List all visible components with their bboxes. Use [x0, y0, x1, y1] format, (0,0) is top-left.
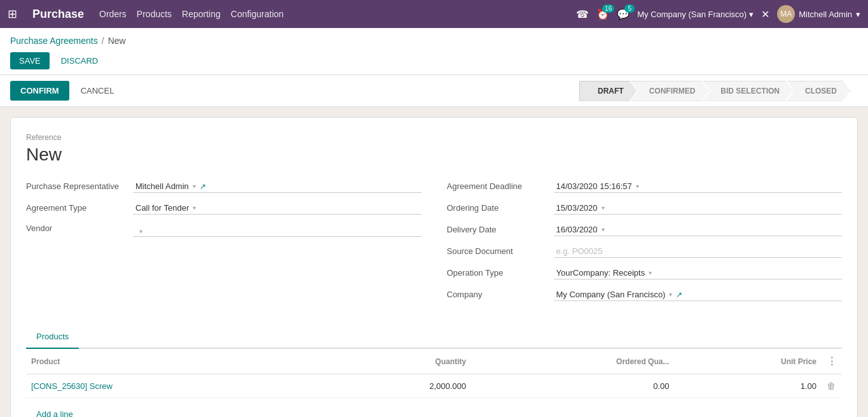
- confirm-button[interactable]: CONFIRM: [10, 81, 69, 101]
- nav-reporting[interactable]: Reporting: [182, 9, 221, 19]
- delete-row-icon[interactable]: 🗑: [827, 381, 836, 391]
- user-name: Mitchell Admin: [799, 10, 852, 19]
- breadcrumb: Purchase Agreements / New: [10, 36, 858, 46]
- status-actions: CONFIRM CANCEL: [10, 81, 579, 101]
- product-cell: [CONS_25630] Screw: [26, 374, 320, 398]
- grid-icon[interactable]: ⊞: [8, 7, 17, 21]
- table-header: Product Quantity Ordered Qua... Unit Pri…: [26, 349, 842, 374]
- breadcrumb-current: New: [108, 36, 126, 46]
- table-row: [CONS_25630] Screw 2,000.000 0.00 1.00 🗑: [26, 374, 842, 398]
- agreement-deadline-chevron-icon: ▾: [636, 183, 639, 190]
- main-content: Reference New Purchase Representative Mi…: [0, 107, 868, 417]
- status-step-confirmed[interactable]: CONFIRMED: [631, 81, 709, 101]
- agreement-deadline-field[interactable]: 14/03/2020 15:16:57 ▾: [554, 180, 843, 193]
- vendor-field[interactable]: ▾: [133, 227, 422, 237]
- form-left: Purchase Representative Mitchell Admin ▾…: [26, 180, 422, 310]
- form-right: Agreement Deadline 14/03/2020 15:16:57 ▾…: [447, 180, 843, 310]
- col-ordered-qty: Ordered Qua...: [471, 349, 674, 374]
- company-chevron-icon: ▾: [749, 10, 754, 19]
- status-pipeline: DRAFT CONFIRMED BID SELECTION CLOSED: [579, 81, 850, 101]
- table-body: [CONS_25630] Screw 2,000.000 0.00 1.00 🗑…: [26, 374, 842, 418]
- agreement-type-row: Agreement Type Call for Tender ▾: [26, 202, 422, 215]
- operation-type-row: Operation Type YourCompany: Receipts ▾: [447, 267, 843, 279]
- source-document-placeholder: e.g. PO0025: [556, 246, 603, 256]
- delivery-date-chevron-icon: ▾: [602, 226, 605, 233]
- user-menu[interactable]: MA Mitchell Admin ▾: [777, 5, 860, 23]
- nav-configuration[interactable]: Configuration: [231, 9, 284, 19]
- form-card: Reference New Purchase Representative Mi…: [10, 117, 858, 417]
- add-line-row: Add a line: [26, 398, 842, 418]
- table-menu-icon[interactable]: ⋮: [827, 356, 837, 367]
- tabs-bar: Products: [26, 325, 842, 349]
- agreement-deadline-value: 14/03/2020 15:16:57: [556, 181, 632, 191]
- cancel-button[interactable]: CANCEL: [74, 81, 121, 101]
- top-navigation: ⊞ Purchase Orders Products Reporting Con…: [0, 0, 868, 28]
- status-bar: CONFIRM CANCEL DRAFT CONFIRMED BID SELEC…: [0, 75, 868, 107]
- vendor-label: Vendor: [26, 223, 128, 233]
- quantity-cell: 2,000.000: [320, 374, 471, 398]
- tab-products[interactable]: Products: [26, 325, 79, 349]
- unit-price-cell: 1.00: [674, 374, 822, 398]
- chat-icon[interactable]: 💬 5: [617, 8, 630, 20]
- chat-badge: 5: [624, 4, 635, 13]
- save-button[interactable]: SAVE: [10, 52, 50, 69]
- user-chevron-icon: ▾: [856, 10, 860, 19]
- ordering-date-chevron-icon: ▾: [602, 204, 605, 211]
- phone-icon[interactable]: ☎: [576, 8, 589, 20]
- delivery-date-field[interactable]: 16/03/2020 ▾: [554, 223, 843, 236]
- purchase-representative-external-icon[interactable]: ↗: [200, 182, 206, 191]
- ordering-date-field[interactable]: 15/03/2020 ▾: [554, 202, 843, 215]
- form-title: New: [26, 145, 842, 165]
- company-field[interactable]: My Company (San Francisco) ▾ ↗: [554, 288, 843, 301]
- company-selector[interactable]: My Company (San Francisco) ▾: [637, 10, 754, 19]
- operation-type-field[interactable]: YourCompany: Receipts ▾: [554, 267, 843, 279]
- topnav-right: ☎ ⏰ 16 💬 5 My Company (San Francisco) ▾ …: [576, 5, 860, 23]
- products-table: Product Quantity Ordered Qua... Unit Pri…: [26, 349, 842, 417]
- purchase-representative-value: Mitchell Admin: [135, 181, 189, 191]
- agreement-deadline-row: Agreement Deadline 14/03/2020 15:16:57 ▾: [447, 180, 843, 193]
- ordering-date-label: Ordering Date: [447, 203, 549, 213]
- discard-button[interactable]: DISCARD: [55, 52, 105, 69]
- status-step-closed[interactable]: CLOSED: [787, 81, 850, 101]
- add-line-button[interactable]: Add a line: [31, 404, 78, 417]
- purchase-representative-row: Purchase Representative Mitchell Admin ▾…: [26, 180, 422, 193]
- avatar: MA: [777, 5, 795, 23]
- breadcrumb-separator: /: [102, 36, 104, 46]
- delivery-date-row: Delivery Date 16/03/2020 ▾: [447, 223, 843, 236]
- add-line-cell: Add a line: [26, 398, 842, 418]
- purchase-representative-label: Purchase Representative: [26, 181, 128, 191]
- source-document-label: Source Document: [447, 246, 549, 256]
- ordered-qty-cell: 0.00: [471, 374, 674, 398]
- col-quantity: Quantity: [320, 349, 471, 374]
- company-value: My Company (San Francisco): [556, 290, 666, 299]
- source-document-field[interactable]: e.g. PO0025: [554, 245, 843, 258]
- nav-orders[interactable]: Orders: [99, 9, 127, 19]
- vendor-row: Vendor ▾: [26, 223, 422, 237]
- nav-products[interactable]: Products: [137, 9, 172, 19]
- operation-type-chevron-icon: ▾: [649, 269, 652, 276]
- agreement-type-chevron-icon: ▾: [193, 204, 196, 211]
- product-link[interactable]: [CONS_25630] Screw: [31, 381, 113, 391]
- calendar-badge: 16: [602, 4, 614, 13]
- breadcrumb-parent[interactable]: Purchase Agreements: [10, 36, 98, 46]
- source-document-row: Source Document e.g. PO0025: [447, 245, 843, 258]
- status-step-bid-selection[interactable]: BID SELECTION: [702, 81, 793, 101]
- agreement-type-label: Agreement Type: [26, 203, 128, 213]
- calendar-icon[interactable]: ⏰ 16: [596, 8, 609, 20]
- status-step-draft[interactable]: DRAFT: [579, 81, 637, 101]
- company-row: Company My Company (San Francisco) ▾ ↗: [447, 288, 843, 301]
- col-unit-price: Unit Price: [674, 349, 822, 374]
- form-grid: Purchase Representative Mitchell Admin ▾…: [26, 180, 842, 310]
- purchase-representative-field[interactable]: Mitchell Admin ▾ ↗: [133, 180, 422, 193]
- company-name: My Company (San Francisco): [637, 10, 747, 19]
- company-external-icon[interactable]: ↗: [676, 290, 682, 299]
- app-title[interactable]: Purchase: [32, 8, 84, 21]
- agreement-type-field[interactable]: Call for Tender ▾: [133, 202, 422, 215]
- operation-type-value: YourCompany: Receipts: [556, 268, 645, 278]
- delete-cell[interactable]: 🗑: [822, 374, 842, 398]
- company-chevron-icon: ▾: [669, 291, 672, 298]
- operation-type-label: Operation Type: [447, 268, 549, 278]
- close-icon[interactable]: ✕: [761, 8, 769, 20]
- col-product: Product: [26, 349, 320, 374]
- vendor-chevron-icon: ▾: [139, 228, 142, 235]
